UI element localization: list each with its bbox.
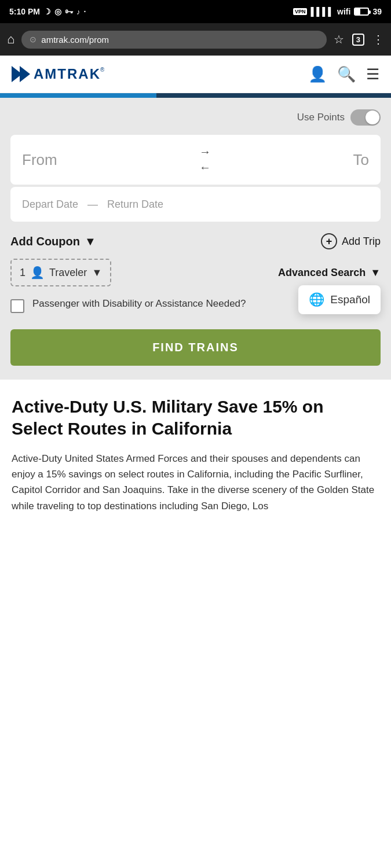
- home-icon[interactable]: ⌂: [7, 32, 14, 47]
- signal-icon: ▌▌▌▌: [310, 7, 334, 16]
- tab-count[interactable]: 3: [352, 34, 364, 46]
- tiktok-icon: ♪: [76, 8, 81, 16]
- coupon-trip-row: Add Coupon ▼ + Add Trip: [10, 233, 381, 249]
- traveler-count: 1: [20, 267, 25, 279]
- security-icon: ⊙: [30, 35, 36, 44]
- add-coupon-label: Add Coupon: [10, 235, 80, 248]
- advanced-search-chevron-icon: ▼: [370, 267, 381, 279]
- article-body: Active-Duty United States Armed Forces a…: [12, 451, 379, 514]
- article-title: Active-Duty U.S. Military Save 15% on Se…: [12, 396, 379, 439]
- traveler-chevron-icon: ▼: [92, 267, 102, 279]
- use-points-label: Use Points: [297, 112, 345, 123]
- find-trains-button[interactable]: FIND TRAINS: [10, 329, 381, 366]
- toggle-knob: [366, 111, 379, 124]
- logo-svg: AMTRAK ®: [12, 64, 104, 84]
- add-trip-label: Add Trip: [342, 236, 381, 248]
- add-trip-button[interactable]: + Add Trip: [321, 233, 381, 249]
- chevron-down-icon: ▼: [85, 235, 96, 248]
- moon-icon: ☽: [43, 7, 51, 16]
- svg-text:®: ®: [100, 67, 104, 73]
- alarm-icon: ◎: [54, 7, 61, 16]
- use-points-row: Use Points: [10, 109, 381, 126]
- traveler-advanced-row: 1 👤 Traveler ▼ Advanced Search ▼ 🌐 Españ…: [10, 259, 381, 286]
- battery-icon: [354, 8, 369, 16]
- depart-date-input[interactable]: Depart Date: [22, 198, 78, 211]
- status-left: 5:10 PM ☽ ◎ 🗝 ♪ ·: [9, 7, 86, 16]
- advanced-search-button[interactable]: Advanced Search ▼: [278, 267, 381, 279]
- traveler-label: Traveler: [49, 267, 87, 279]
- vpn-badge: VPN: [293, 8, 308, 15]
- use-points-toggle[interactable]: [350, 109, 381, 126]
- traveler-selector[interactable]: 1 👤 Traveler ▼: [10, 259, 111, 286]
- disability-checkbox[interactable]: [10, 299, 24, 313]
- date-divider: —: [87, 198, 98, 211]
- booking-section: Use Points From → ← To Depart Date — Ret…: [0, 98, 391, 380]
- header-icons: 👤 🔍 ☰: [308, 65, 379, 83]
- from-input[interactable]: From: [22, 151, 57, 169]
- key-icon: 🗝: [65, 7, 73, 16]
- url-bar[interactable]: ⊙ amtrak.com/prom: [21, 31, 326, 49]
- url-text: amtrak.com/prom: [41, 35, 109, 45]
- status-right: VPN ▌▌▌▌ wifi 39: [293, 7, 382, 16]
- swap-icon[interactable]: → ←: [199, 145, 211, 174]
- progress-segment-2: [156, 93, 391, 98]
- return-date-input[interactable]: Return Date: [107, 198, 163, 211]
- menu-icon[interactable]: ☰: [366, 65, 379, 83]
- svg-text:AMTRAK: AMTRAK: [34, 66, 101, 82]
- status-bar: 5:10 PM ☽ ◎ 🗝 ♪ · VPN ▌▌▌▌ wifi 39: [0, 0, 391, 23]
- date-field[interactable]: Depart Date — Return Date: [10, 187, 381, 222]
- battery-percent: 39: [372, 7, 382, 16]
- person-icon: 👤: [30, 266, 45, 279]
- wifi-icon: wifi: [337, 7, 350, 16]
- espanol-label: Español: [330, 293, 370, 306]
- menu-dots-icon[interactable]: ⋮: [372, 32, 384, 46]
- article-section: Active-Duty U.S. Military Save 15% on Se…: [0, 380, 391, 525]
- globe-icon: 🌐: [309, 292, 324, 307]
- amtrak-logo[interactable]: AMTRAK ®: [12, 64, 104, 84]
- browser-bar: ⌂ ⊙ amtrak.com/prom ☆ 3 ⋮: [0, 23, 391, 56]
- account-icon[interactable]: 👤: [308, 65, 327, 83]
- add-coupon-button[interactable]: Add Coupon ▼: [10, 235, 96, 248]
- to-input[interactable]: To: [353, 151, 369, 169]
- browser-actions: ☆ 3 ⋮: [334, 32, 384, 46]
- plus-circle-icon: +: [321, 233, 337, 249]
- from-to-field[interactable]: From → ← To: [10, 135, 381, 185]
- svg-marker-1: [20, 66, 30, 82]
- progress-segment-1: [0, 93, 156, 98]
- amtrak-header: AMTRAK ® 👤 🔍 ☰: [0, 56, 391, 93]
- search-icon[interactable]: 🔍: [337, 65, 356, 83]
- dot-icon: ·: [83, 7, 86, 16]
- battery-fill: [355, 9, 360, 14]
- time-display: 5:10 PM: [9, 7, 40, 16]
- progress-bar: [0, 93, 391, 98]
- star-icon[interactable]: ☆: [334, 32, 344, 46]
- advanced-search-label: Advanced Search: [278, 267, 366, 279]
- espanol-tooltip[interactable]: 🌐 Español: [298, 285, 381, 314]
